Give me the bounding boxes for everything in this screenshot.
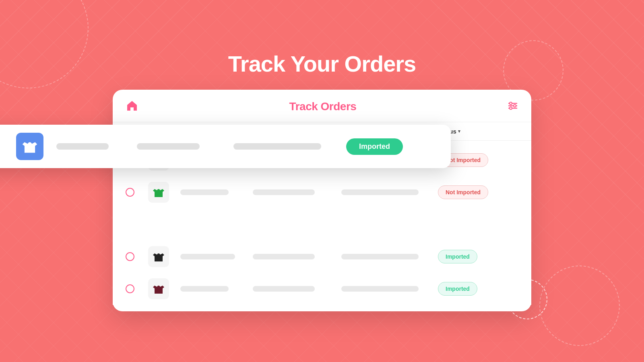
row-radio-5[interactable] [126, 284, 134, 293]
card-header: Track Orders [113, 90, 531, 122]
shopify-skeleton-2 [341, 189, 419, 195]
floating-status-badge: Imported [346, 138, 403, 155]
page-title: Track Your Orders [228, 51, 416, 77]
card-title: Track Orders [289, 100, 357, 113]
variation-skeleton-4 [253, 254, 315, 259]
status-sort-icon: ▾ [458, 129, 460, 134]
decorative-circle [507, 279, 547, 319]
filter-icon[interactable] [507, 100, 518, 113]
floating-product-name [56, 143, 109, 150]
variation-skeleton-2 [253, 189, 315, 195]
status-badge-5: Imported [438, 282, 477, 296]
svg-point-4 [514, 105, 516, 107]
table-row[interactable]: Imported [113, 273, 531, 305]
shopify-skeleton-5 [341, 286, 419, 292]
row-radio-4[interactable] [126, 252, 134, 261]
shopify-skeleton-4 [341, 254, 419, 259]
product-name-skeleton-4 [180, 254, 235, 259]
table-row[interactable]: Not Imported [113, 176, 531, 208]
status-badge-4: Imported [438, 250, 477, 263]
product-thumb-2 [148, 182, 169, 203]
product-name-skeleton-2 [180, 189, 229, 195]
product-name-skeleton-5 [180, 286, 229, 292]
status-badge-2: Not Imported [438, 185, 488, 199]
table-row[interactable]: Imported [113, 241, 531, 273]
floating-product-thumb [16, 133, 43, 160]
floating-shopify-id [233, 143, 321, 150]
svg-point-5 [510, 107, 512, 109]
floating-variation [137, 143, 200, 150]
row-radio-2[interactable] [126, 188, 134, 197]
svg-point-3 [510, 102, 512, 105]
variation-skeleton-5 [253, 286, 315, 292]
product-thumb-5 [148, 278, 169, 299]
product-thumb-4 [148, 246, 169, 267]
main-card: Track Orders Product ▾ Variation ▾ Shopi… [113, 90, 531, 311]
home-icon[interactable] [126, 99, 138, 114]
selected-row-card[interactable]: Imported [0, 125, 451, 168]
